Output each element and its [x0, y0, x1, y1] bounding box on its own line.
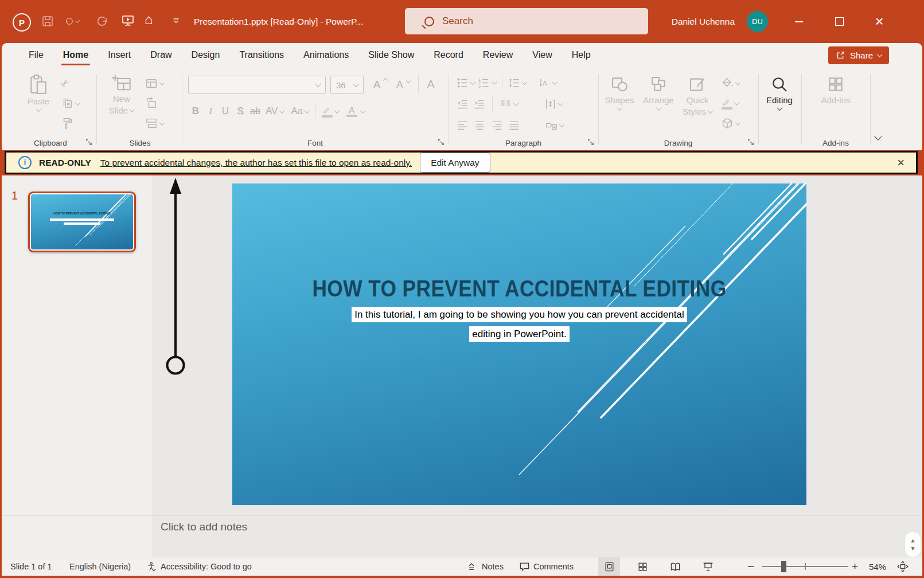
align-left-button[interactable]: [457, 116, 469, 134]
copy-button[interactable]: [61, 95, 80, 112]
collapse-ribbon-button[interactable]: [875, 132, 881, 142]
slide-subtitle[interactable]: In this tutorial, I am going to be showi…: [232, 309, 806, 348]
increase-font-size-button[interactable]: A: [370, 76, 387, 93]
notes-placeholder[interactable]: Click to add notes: [161, 521, 247, 533]
italic-button[interactable]: I: [204, 106, 217, 117]
clear-formatting-button[interactable]: A: [424, 76, 438, 93]
zoom-out-button[interactable]: −: [747, 557, 754, 576]
paste-button[interactable]: Paste: [21, 74, 56, 112]
reset-slide-button[interactable]: [145, 95, 164, 112]
user-name[interactable]: Daniel Uchenna: [672, 0, 735, 43]
drawing-dialog-launcher-icon[interactable]: [747, 139, 754, 146]
tab-file[interactable]: File: [19, 43, 53, 67]
tab-transitions[interactable]: Transitions: [229, 43, 294, 67]
numbering-button[interactable]: [478, 74, 496, 91]
scroll-up-icon[interactable]: ▲: [910, 537, 916, 544]
shape-fill-button[interactable]: [721, 75, 740, 92]
accessibility-status[interactable]: Accessibility: Good to go: [146, 557, 252, 576]
section-button[interactable]: [145, 115, 164, 132]
tab-slide-show[interactable]: Slide Show: [358, 43, 424, 67]
zoom-level[interactable]: 54%: [869, 557, 886, 576]
comments-button[interactable]: Comments: [519, 557, 574, 576]
arrange-button[interactable]: Arrange: [640, 75, 677, 111]
home-icon[interactable]: ⌂: [145, 11, 153, 28]
fit-slide-button[interactable]: [896, 557, 909, 576]
new-slide-button[interactable]: New Slide: [104, 74, 139, 115]
strikethrough-button[interactable]: ab: [248, 106, 262, 116]
search-box[interactable]: Search: [405, 8, 648, 34]
share-button[interactable]: Share: [828, 46, 889, 64]
close-button[interactable]: ×: [866, 0, 892, 43]
font-color-button[interactable]: A: [345, 103, 365, 120]
tab-insert[interactable]: Insert: [98, 43, 141, 67]
start-slideshow-icon[interactable]: [120, 13, 135, 28]
increase-indent-button[interactable]: [473, 95, 485, 112]
slide-sorter-view-button[interactable]: [631, 557, 653, 576]
addins-button[interactable]: Add-ins: [817, 75, 854, 105]
redo-icon[interactable]: [95, 14, 110, 29]
scroll-down-icon[interactable]: ▼: [910, 545, 916, 552]
scrollbar[interactable]: ▲ ▼: [904, 532, 921, 557]
tab-animations[interactable]: Animations: [294, 43, 358, 67]
bullets-button[interactable]: [457, 74, 475, 91]
cut-button[interactable]: ✂: [61, 75, 80, 92]
edit-anyway-button[interactable]: Edit Anyway: [420, 153, 490, 173]
font-dialog-launcher-icon[interactable]: [438, 139, 445, 146]
convert-smartart-button[interactable]: [545, 116, 564, 134]
dismiss-readonly-bar-icon[interactable]: ×: [897, 157, 904, 169]
reading-view-button[interactable]: [664, 557, 686, 576]
shape-effects-button[interactable]: [721, 115, 740, 132]
tab-design[interactable]: Design: [182, 43, 230, 67]
notes-panel[interactable]: Click to add notes: [2, 515, 922, 557]
tab-home[interactable]: Home: [53, 43, 98, 67]
character-spacing-button[interactable]: AV: [266, 103, 284, 120]
change-case-button[interactable]: Aa: [291, 103, 309, 120]
text-direction-button[interactable]: [539, 74, 557, 91]
slide-layout-button[interactable]: [145, 75, 164, 92]
tab-view[interactable]: View: [523, 43, 562, 67]
align-text-button[interactable]: [544, 95, 563, 112]
paragraph-dialog-launcher-icon[interactable]: [587, 139, 594, 146]
bold-button[interactable]: B: [189, 106, 202, 117]
language-indicator[interactable]: English (Nigeria): [69, 557, 131, 576]
slide-canvas[interactable]: HOW TO PREVENT ACCIDENTAL EDITING In thi…: [232, 183, 806, 505]
reading-view-icon: [670, 561, 681, 572]
avatar[interactable]: DU: [747, 11, 768, 32]
minimize-button[interactable]: [786, 0, 812, 43]
align-center-button[interactable]: [474, 116, 486, 134]
tab-review[interactable]: Review: [473, 43, 523, 67]
slide-title[interactable]: HOW TO PREVENT ACCIDENTAL EDITING: [272, 275, 766, 302]
tab-draw[interactable]: Draw: [141, 43, 181, 67]
zoom-slider[interactable]: [762, 566, 848, 567]
text-highlight-button[interactable]: [321, 103, 339, 120]
maximize-button[interactable]: [826, 0, 852, 43]
format-painter-button[interactable]: [61, 115, 80, 132]
undo-icon[interactable]: [64, 14, 79, 29]
zoom-in-button[interactable]: +: [852, 557, 858, 576]
normal-view-button[interactable]: [598, 557, 620, 576]
zoom-slider-thumb[interactable]: [781, 561, 786, 572]
align-right-button[interactable]: [491, 116, 503, 134]
font-name-combobox[interactable]: [188, 76, 326, 94]
columns-button[interactable]: [500, 95, 518, 112]
save-icon[interactable]: [40, 14, 55, 29]
underline-button[interactable]: U: [219, 106, 232, 117]
decrease-indent-button[interactable]: [457, 95, 469, 112]
text-shadow-button[interactable]: S: [233, 106, 247, 117]
decrease-font-size-button[interactable]: A: [393, 76, 410, 93]
shapes-button[interactable]: Shapes: [602, 75, 637, 111]
justify-button[interactable]: [508, 116, 520, 134]
shape-outline-button[interactable]: [721, 95, 740, 112]
font-size-combobox[interactable]: 36: [330, 76, 364, 94]
quick-styles-button[interactable]: Quick Styles: [680, 75, 715, 116]
notes-toggle-button[interactable]: Notes: [467, 557, 504, 576]
tab-record[interactable]: Record: [424, 43, 473, 67]
slideshow-view-button[interactable]: [697, 557, 719, 576]
editing-button[interactable]: Editing: [762, 75, 797, 111]
readonly-message-link[interactable]: To prevent accidental changes, the autho…: [100, 158, 412, 168]
line-spacing-button[interactable]: [508, 74, 527, 91]
tab-help[interactable]: Help: [562, 43, 601, 67]
slide-thumbnail[interactable]: HOW TO PREVENT ACCIDENTAL EDITING: [28, 192, 136, 252]
customize-quick-access-icon[interactable]: [170, 15, 182, 26]
clipboard-dialog-launcher-icon[interactable]: [85, 139, 92, 146]
